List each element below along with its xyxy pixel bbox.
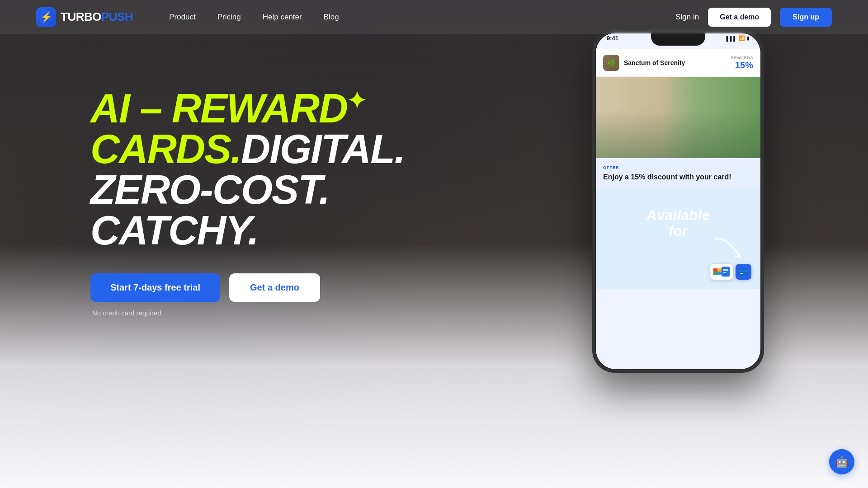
signup-button[interactable]: Sign up <box>780 8 832 27</box>
headline-line4: CATCHY. <box>90 210 405 251</box>
phone-mockup: 9:41 ▌▌▌ 📶 ▮ 🌿 Sanctum of Serenity <box>542 29 814 436</box>
available-section: Availablefor <box>596 189 760 289</box>
signin-button[interactable]: Sign in <box>675 13 699 22</box>
nav-pricing[interactable]: Pricing <box>217 13 241 22</box>
nav-blog[interactable]: Blog <box>324 13 339 22</box>
headline-line2: CARDS.DIGITAL. <box>90 129 405 169</box>
wifi-icon: 📶 <box>739 35 745 41</box>
google-wallet-icon <box>710 264 733 280</box>
wallet-icons <box>710 264 751 280</box>
logo-turbo: TURBO <box>61 10 101 23</box>
chat-bot-icon: 🤖 <box>835 455 849 468</box>
nav-help[interactable]: Help center <box>263 13 302 22</box>
nav-actions: Sign in Get a demo Sign up <box>675 8 832 27</box>
sparkle-icon1: ✦ <box>347 89 365 112</box>
nav-links: Product Pricing Help center Blog <box>169 13 675 22</box>
no-credit-text: No credit card required <box>92 309 405 317</box>
headline-line1: AI – REWARD✦ <box>90 88 405 129</box>
available-for-text: Availablefor <box>646 207 710 239</box>
logo[interactable]: ⚡ TURBOPUSH <box>36 7 133 27</box>
svg-rect-6 <box>723 272 726 273</box>
status-icons: ▌▌▌ 📶 ▮ <box>726 35 750 41</box>
offer-card: OFFER Enjoy a 15% discount with your car… <box>596 158 760 189</box>
rewards-pct: 15% <box>731 60 753 70</box>
brand-icon: 🌿 <box>603 55 619 71</box>
svg-rect-9 <box>740 273 743 274</box>
arrow-icon <box>711 235 747 262</box>
hero-section: AI – REWARD✦ CARDS.DIGITAL. ZERO-COST. C… <box>0 34 868 488</box>
svg-rect-2 <box>717 268 722 272</box>
card-image-area <box>596 77 760 158</box>
logo-text: TURBOPUSH <box>61 10 133 24</box>
svg-rect-5 <box>723 269 728 271</box>
svg-rect-8 <box>739 270 748 272</box>
card-brand: 🌿 Sanctum of Serenity <box>603 55 685 71</box>
phone-screen: 9:41 ▌▌▌ 📶 ▮ 🌿 Sanctum of Serenity <box>596 33 760 369</box>
svg-rect-3 <box>713 272 717 275</box>
brand-name: Sanctum of Serenity <box>624 59 685 66</box>
phone-frame: 9:41 ▌▌▌ 📶 ▮ 🌿 Sanctum of Serenity <box>592 29 764 373</box>
card-header-bar: 🌿 Sanctum of Serenity REWARDS 15% <box>596 49 760 77</box>
signal-icon: ▌▌▌ <box>726 36 737 41</box>
phone-content: 🌿 Sanctum of Serenity REWARDS 15% <box>596 49 760 369</box>
battery-icon: ▮ <box>747 35 750 41</box>
hero-headline: AI – REWARD✦ CARDS.DIGITAL. ZERO-COST. C… <box>90 88 405 251</box>
hero-buttons: Start 7-days free trial Get a demo <box>90 273 405 302</box>
offer-label: OFFER <box>603 165 753 170</box>
headline-line3: ZERO-COST. <box>90 169 405 210</box>
logo-push: PUSH <box>101 10 133 23</box>
headline-digital: DIGITAL. <box>241 127 405 172</box>
apple-wallet-icon <box>736 264 751 280</box>
get-demo-nav-button[interactable]: Get a demo <box>708 8 771 27</box>
headline-cards: CARDS. <box>90 127 241 172</box>
plants-scene <box>596 77 760 158</box>
get-demo-hero-button[interactable]: Get a demo <box>229 273 320 302</box>
rewards-badge: REWARDS 15% <box>731 56 753 70</box>
svg-rect-4 <box>722 267 730 277</box>
start-trial-button[interactable]: Start 7-days free trial <box>90 273 220 302</box>
offer-text: Enjoy a 15% discount with your card! <box>603 173 753 182</box>
phone-status-bar: 9:41 ▌▌▌ 📶 ▮ <box>596 35 760 42</box>
chat-button[interactable]: 🤖 <box>829 449 854 474</box>
logo-icon: ⚡ <box>36 7 56 27</box>
status-time: 9:41 <box>607 35 618 42</box>
rewards-label: REWARDS <box>731 56 753 60</box>
nav-product[interactable]: Product <box>169 13 196 22</box>
navbar: ⚡ TURBOPUSH Product Pricing Help center … <box>0 0 868 34</box>
lightning-icon: ⚡ <box>40 11 52 23</box>
hero-content: AI – REWARD✦ CARDS.DIGITAL. ZERO-COST. C… <box>90 61 405 317</box>
svg-rect-1 <box>713 268 717 272</box>
